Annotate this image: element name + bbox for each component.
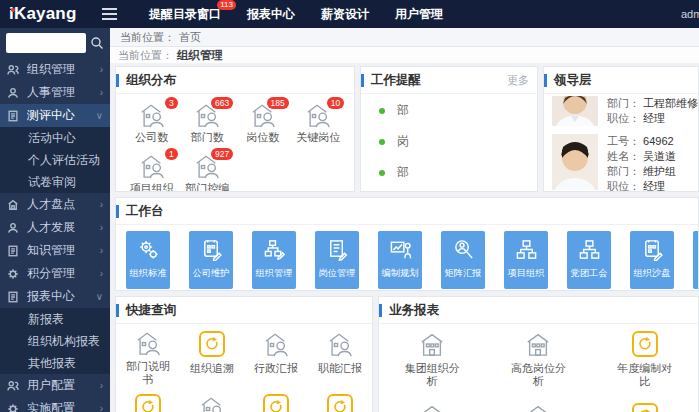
chevron-right-icon: › [100, 403, 103, 412]
tile-matrix-reporting[interactable]: 矩阵汇报 [441, 231, 485, 289]
app-logo-text: iKayang [9, 4, 77, 23]
more-link[interactable]: 更多 [507, 73, 529, 88]
tile-org-standard[interactable]: 组织标准 [126, 231, 170, 289]
quick-query-grid: 部门说明书 组织追溯 行政汇报 职能汇报 [116, 324, 372, 412]
sidebar-subitem-personal-evaluation[interactable]: 个人评估活动 [0, 149, 110, 171]
breadcrumb-home-link[interactable]: 首页 [179, 30, 201, 45]
leadership-list: 部门： 工程部维修 职位： 经理 [544, 94, 698, 192]
tile-company-maintenance[interactable]: 公司维护 [189, 231, 233, 289]
sidebar-subitem-new-report[interactable]: 新报表 [0, 308, 110, 330]
sidebar-item-user-config[interactable]: 用户配置 › [0, 374, 110, 397]
tile-position-management[interactable]: 岗位管理 [315, 231, 359, 289]
card-title: 工作提醒 [371, 72, 421, 89]
tile-org-management[interactable]: 组织管理 [252, 231, 296, 289]
leader-entry[interactable]: 工号： 64962 姓名： 吴道道 部门： 维护组 职位： 经理 [552, 134, 690, 192]
chevron-right-icon: › [100, 245, 103, 256]
checklist-pencil-icon [200, 238, 223, 261]
chevron-right-icon: › [100, 268, 103, 279]
qq-position-development-channel[interactable]: 岗位发展通道 [244, 394, 308, 412]
sidebar-item-knowledge-management[interactable]: 知识管理 › [0, 239, 110, 262]
logo-red-dot [11, 8, 15, 12]
tile-staffing-planning[interactable]: 编制规划 [378, 231, 422, 289]
card-title: 工作台 [126, 203, 164, 220]
qq-admin-report[interactable]: 行政汇报 [244, 330, 308, 386]
stat-key-positions[interactable]: 10 关键岗位 [291, 102, 347, 145]
refresh-icon [632, 331, 658, 357]
chevron-right-icon: › [100, 199, 103, 210]
assessment-submenu: 活动中心 个人评估活动 试卷审阅 [0, 127, 110, 193]
sidebar-item-talent-inventory[interactable]: 人才盘点 › [0, 193, 110, 216]
biz-group-org-analysis[interactable]: 集团组织分析 [379, 330, 485, 394]
qq-function-report[interactable]: 职能汇报 [308, 330, 372, 386]
search-input[interactable] [6, 33, 86, 53]
count-badge: 185 [267, 97, 289, 109]
stat-company-count[interactable]: 3 公司数 [124, 102, 180, 145]
count-badge: 927 [211, 148, 233, 160]
biz-predefined-report[interactable]: 预定义 [485, 402, 591, 412]
qq-department-manual[interactable]: 部门说明书 [116, 330, 180, 386]
stat-department-staffing[interactable]: 927 部门控编 [180, 153, 236, 192]
sidebar-subitem-paper-review[interactable]: 试卷审阅 [0, 171, 110, 193]
app-logo[interactable]: iKayang [0, 4, 100, 24]
tile-project-org[interactable]: 项目组织 [504, 231, 548, 289]
sidebar-item-hr-management[interactable]: 人事管理 › [0, 81, 110, 104]
menu-toggle-icon[interactable] [102, 8, 128, 20]
top-nav-salary-design[interactable]: 薪资设计 [308, 0, 382, 28]
checklist-pencil-icon [641, 238, 664, 261]
person-icon [7, 222, 22, 234]
sidebar-subitem-activity-center[interactable]: 活动中心 [0, 127, 110, 149]
sidebar-item-assessment-center[interactable]: 测评中心 ∨ [0, 104, 110, 127]
top-nav-reminder-directory[interactable]: 提醒目录窗口 113 [136, 0, 234, 28]
avatar [552, 134, 598, 190]
building-person-icon [133, 330, 163, 356]
top-nav-report-center[interactable]: 报表中心 [234, 0, 308, 28]
top-nav-user-management[interactable]: 用户管理 [382, 0, 456, 28]
sidebar-item-org-management[interactable]: 组织管理 › [0, 58, 110, 81]
reminder-list-item[interactable]: 岗 [373, 133, 525, 150]
tile-party-union[interactable]: 党团工会 [567, 231, 611, 289]
sidebar-item-report-center[interactable]: 报表中心 ∨ [0, 285, 110, 308]
reminder-list-item[interactable]: 部 [373, 164, 525, 181]
orgchart-icon [515, 238, 538, 261]
count-badge: 3 [165, 97, 178, 109]
current-user[interactable]: admin [681, 0, 699, 28]
stat-department-count[interactable]: 663 部门数 [180, 102, 236, 145]
person-icon [7, 87, 22, 99]
gear-icon [7, 403, 22, 412]
biz-annual-staffing-comparison[interactable]: 年度编制对比 [592, 330, 698, 394]
building-icon [417, 331, 447, 357]
refresh-icon [263, 394, 289, 412]
qq-position-manual[interactable]: 岗位说明书 [116, 394, 180, 412]
building-person-icon [137, 102, 167, 128]
biz-annual-efficiency-analysis[interactable]: 年度人效分析 [379, 402, 485, 412]
qq-org-trace[interactable]: 组织追溯 [180, 330, 244, 386]
sidebar-subitem-org-structure-report[interactable]: 组织机构报表 [0, 330, 110, 352]
sidebar-item-talent-development[interactable]: 人才发展 › [0, 216, 110, 239]
tile-org-sandbox[interactable]: 组织沙盘 [630, 231, 674, 289]
sidebar-item-points-management[interactable]: 积分管理 › [0, 262, 110, 285]
card-title: 组织分布 [126, 72, 176, 89]
breadcrumb-current-page: 组织管理 [177, 48, 223, 63]
search-person-icon [452, 238, 475, 261]
refresh-icon [135, 394, 161, 412]
chevron-right-icon: › [100, 380, 103, 391]
stat-project-org[interactable]: 1 项目组织 [124, 153, 180, 192]
work-reminder-card: 工作提醒 更多 部 岗 部 [360, 66, 538, 192]
biz-high-risk-position-analysis[interactable]: 高危岗位分析 [485, 330, 591, 394]
card-title: 领导层 [554, 72, 592, 89]
building-person-icon [261, 331, 291, 357]
leader-entry[interactable]: 部门： 工程部维修 职位： 经理 [552, 96, 690, 126]
search-icon[interactable] [90, 36, 104, 50]
biz-predefined-report-2[interactable]: 预定义 [592, 402, 698, 412]
qq-position-map[interactable]: 岗位图谱 [180, 394, 244, 412]
qq-position-competency-model[interactable]: 岗位能力模型 [308, 394, 372, 412]
refresh-icon [199, 331, 225, 357]
reminder-list-item[interactable]: 部 [373, 102, 525, 119]
stat-position-count[interactable]: 185 岗位数 [235, 102, 291, 145]
quick-query-card: 快捷查询 部门说明书 组织追溯 行政汇报 [115, 296, 373, 412]
app-window: iKayang 提醒目录窗口 113 报表中心 薪资设计 用户管理 admin [0, 0, 699, 412]
sidebar-item-implementation-config[interactable]: 实施配置 › [0, 397, 110, 412]
tile-partial[interactable] [693, 231, 699, 289]
document-pencil-icon [326, 238, 349, 261]
sidebar-subitem-other-report[interactable]: 其他报表 [0, 352, 110, 374]
